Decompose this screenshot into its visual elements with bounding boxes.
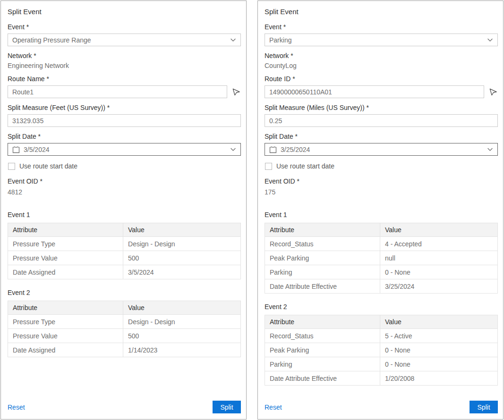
split-measure-field: Split Measure (Miles (US Survey)) * 0.25	[265, 104, 498, 127]
table-cell: 0 - None	[380, 357, 498, 371]
event-label: Event *	[8, 23, 241, 31]
use-route-start-date-label: Use route start date	[276, 162, 334, 170]
event1-section-title: Event 1	[8, 211, 241, 218]
table-row: Pressure Value500	[8, 329, 241, 343]
event2-table-container: AttributeValueRecord_Status5 - ActivePea…	[265, 315, 498, 386]
table-row: Parking0 - None	[265, 357, 498, 371]
network-field: Network * CountyLog	[265, 52, 498, 69]
attribute-value-table: AttributeValuePressure TypeDesign - Desi…	[8, 223, 241, 279]
network-label: Network *	[8, 52, 241, 59]
table-header-cell: Value	[123, 223, 241, 237]
panel-footer: Reset Split	[265, 396, 498, 413]
table-row: Peak Parkingnull	[265, 251, 498, 265]
table-cell: Pressure Type	[8, 315, 123, 329]
table-row: Date Attribute Effective1/20/2008	[265, 371, 498, 386]
event1-section-title: Event 1	[265, 211, 498, 218]
event-oid-field: Event OID * 175	[265, 177, 498, 196]
split-date-picker[interactable]: 3/5/2024	[8, 143, 241, 156]
table-cell: Peak Parking	[265, 251, 380, 265]
table-cell: 1/20/2008	[380, 371, 498, 386]
route-picker-arrow-icon	[489, 87, 498, 96]
event-oid-value: 4812	[8, 188, 241, 196]
event1-table-container: AttributeValueRecord_Status4 - AcceptedP…	[265, 223, 498, 294]
event-select-value: Operating Pressure Range	[12, 36, 91, 44]
event-label: Event *	[265, 23, 498, 31]
table-header-cell: Value	[123, 301, 241, 315]
reset-link[interactable]: Reset	[265, 403, 282, 411]
split-event-panel-right: Split Event Event * Parking Network * Co…	[257, 0, 504, 420]
table-row: Date Assigned3/5/2024	[8, 265, 241, 279]
table-row: Date Assigned1/14/2023	[8, 343, 241, 357]
network-label: Network *	[265, 52, 498, 59]
table-cell: 5 - Active	[380, 329, 498, 343]
table-header-cell: Attribute	[265, 223, 380, 237]
split-measure-input[interactable]: 31329.035	[8, 114, 241, 127]
table-cell: Date Assigned	[8, 343, 123, 357]
use-route-start-date-row: Use route start date	[265, 162, 498, 170]
split-event-widgets: Split Event Event * Operating Pressure R…	[0, 0, 504, 420]
table-cell: null	[380, 251, 498, 265]
route-picker-button[interactable]	[488, 87, 498, 97]
route-label: Route ID *	[265, 75, 498, 83]
split-date-field: Split Date * 3/5/2024	[8, 133, 241, 156]
event-select-value: Parking	[269, 36, 291, 44]
chevron-down-icon	[230, 146, 236, 152]
page-title: Split Event	[265, 8, 498, 16]
split-measure-label: Split Measure (Miles (US Survey)) *	[265, 104, 498, 111]
table-row: Pressure Value500	[8, 251, 241, 265]
split-button[interactable]: Split	[213, 401, 241, 413]
split-event-panel-left: Split Event Event * Operating Pressure R…	[0, 0, 247, 420]
table-header-cell: Attribute	[8, 301, 123, 315]
reset-link[interactable]: Reset	[8, 403, 25, 411]
split-button[interactable]: Split	[470, 401, 498, 413]
event2-section-title: Event 2	[265, 303, 498, 311]
table-row: Record_Status4 - Accepted	[265, 237, 498, 251]
attribute-value-table: AttributeValueRecord_Status4 - AcceptedP…	[265, 223, 498, 294]
split-date-value: 3/5/2024	[24, 146, 50, 153]
table-cell: Design - Design	[123, 237, 241, 251]
use-route-start-date-label: Use route start date	[19, 162, 77, 170]
network-field: Network * Engineering Network	[8, 52, 241, 69]
split-date-field: Split Date * 3/25/2024	[265, 133, 498, 156]
table-cell: Record_Status	[265, 329, 380, 343]
use-route-start-date-checkbox[interactable]	[265, 163, 272, 170]
table-cell: 3/5/2024	[123, 265, 241, 279]
table-header-cell: Value	[380, 223, 498, 237]
table-cell: 0 - None	[380, 343, 498, 357]
table-cell: Date Assigned	[8, 265, 123, 279]
split-date-value: 3/25/2024	[281, 146, 310, 153]
table-cell: Parking	[265, 265, 380, 279]
table-cell: 500	[123, 251, 241, 265]
table-row: Pressure TypeDesign - Design	[8, 315, 241, 329]
table-cell: 1/14/2023	[123, 343, 241, 357]
event1-table-container: AttributeValuePressure TypeDesign - Desi…	[8, 223, 241, 279]
route-input[interactable]: 14900000650110A01	[265, 85, 484, 98]
network-value: Engineering Network	[8, 62, 241, 69]
route-input[interactable]: Route1	[8, 85, 227, 98]
event-oid-label: Event OID *	[265, 177, 498, 185]
event2-table-container: AttributeValuePressure TypeDesign - Desi…	[8, 301, 241, 357]
table-cell: 0 - None	[380, 265, 498, 279]
table-cell: Peak Parking	[265, 343, 380, 357]
route-picker-button[interactable]	[231, 87, 241, 97]
split-measure-field: Split Measure (Feet (US Survey)) * 31329…	[8, 104, 241, 127]
event-oid-field: Event OID * 4812	[8, 177, 241, 196]
use-route-start-date-checkbox[interactable]	[8, 163, 15, 170]
split-date-picker[interactable]: 3/25/2024	[265, 143, 498, 156]
split-measure-label: Split Measure (Feet (US Survey)) *	[8, 104, 241, 111]
split-measure-input[interactable]: 0.25	[265, 114, 498, 127]
event-select[interactable]: Operating Pressure Range	[8, 34, 241, 46]
event-field: Event * Operating Pressure Range	[8, 23, 241, 46]
table-row: Date Attribute Effective3/25/2024	[265, 279, 498, 294]
table-cell: 3/25/2024	[380, 279, 498, 294]
table-cell: Pressure Value	[8, 251, 123, 265]
table-cell: 500	[123, 329, 241, 343]
table-cell: Record_Status	[265, 237, 380, 251]
table-row: Parking0 - None	[265, 265, 498, 279]
table-row: Peak Parking0 - None	[265, 343, 498, 357]
event-select[interactable]: Parking	[265, 34, 498, 46]
table-cell: Design - Design	[123, 315, 241, 329]
event-oid-label: Event OID *	[8, 177, 241, 185]
route-picker-arrow-icon	[232, 87, 241, 96]
calendar-icon	[269, 146, 277, 153]
